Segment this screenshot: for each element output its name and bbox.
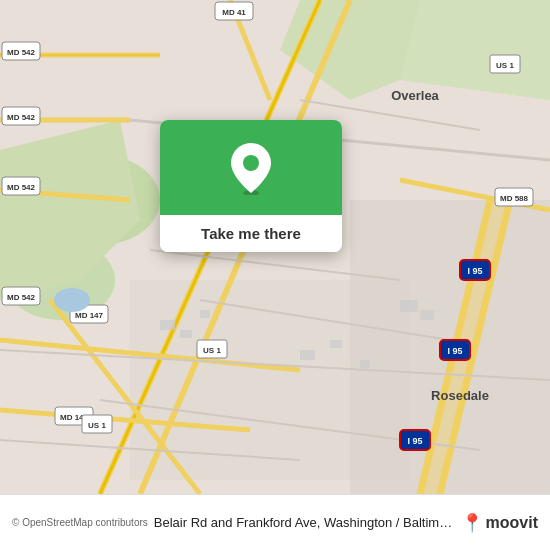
svg-text:Overlea: Overlea <box>391 88 439 103</box>
popup-green-area <box>160 120 342 215</box>
svg-text:US 1: US 1 <box>496 61 514 70</box>
svg-text:I 95: I 95 <box>407 436 422 446</box>
svg-text:MD 542: MD 542 <box>7 293 36 302</box>
svg-text:MD 542: MD 542 <box>7 113 36 122</box>
svg-text:US 1: US 1 <box>88 421 106 430</box>
popup-card: Take me there <box>160 120 342 252</box>
svg-point-71 <box>243 155 259 171</box>
svg-rect-63 <box>180 330 192 338</box>
svg-text:I 95: I 95 <box>447 346 462 356</box>
take-me-there-button[interactable]: Take me there <box>160 215 342 252</box>
moovit-logo: 📍 moovit <box>461 512 538 534</box>
svg-rect-65 <box>300 350 315 360</box>
copyright-text: © OpenStreetMap contributors <box>12 517 148 528</box>
svg-text:US 1: US 1 <box>203 346 221 355</box>
map-container: MD 542 MD 542 MD 542 MD 542 MD 41 MD 147… <box>0 0 550 494</box>
svg-text:Rosedale: Rosedale <box>431 388 489 403</box>
svg-rect-67 <box>360 360 370 368</box>
moovit-pin-icon: 📍 <box>461 512 483 534</box>
svg-rect-64 <box>200 310 210 318</box>
svg-rect-66 <box>330 340 342 348</box>
svg-text:MD 542: MD 542 <box>7 183 36 192</box>
svg-rect-62 <box>160 320 175 330</box>
svg-text:MD 147: MD 147 <box>75 311 104 320</box>
svg-text:MD 542: MD 542 <box>7 48 36 57</box>
svg-rect-68 <box>400 300 418 312</box>
location-label: Belair Rd and Frankford Ave, Washington … <box>154 515 455 530</box>
svg-text:MD 41: MD 41 <box>222 8 246 17</box>
svg-text:I 95: I 95 <box>467 266 482 276</box>
moovit-brand-text: moovit <box>486 514 538 532</box>
location-pin-icon <box>229 141 273 195</box>
svg-point-61 <box>54 288 90 312</box>
svg-text:MD 588: MD 588 <box>500 194 529 203</box>
bottom-bar: © OpenStreetMap contributors Belair Rd a… <box>0 494 550 550</box>
svg-rect-69 <box>420 310 434 320</box>
